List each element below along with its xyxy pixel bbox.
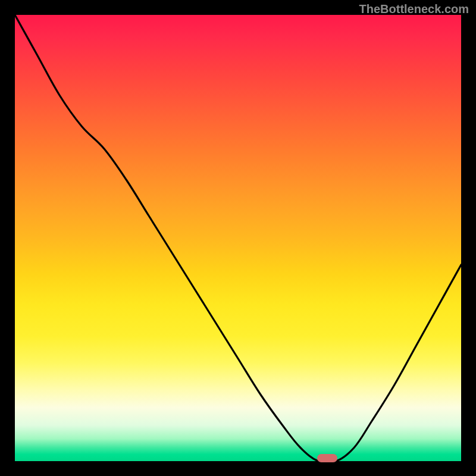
chart-container: TheBottleneck.com [0, 0, 476, 476]
optimal-marker [317, 454, 337, 462]
watermark-text: TheBottleneck.com [359, 2, 469, 16]
bottleneck-curve [15, 15, 461, 461]
plot-area [15, 15, 461, 461]
